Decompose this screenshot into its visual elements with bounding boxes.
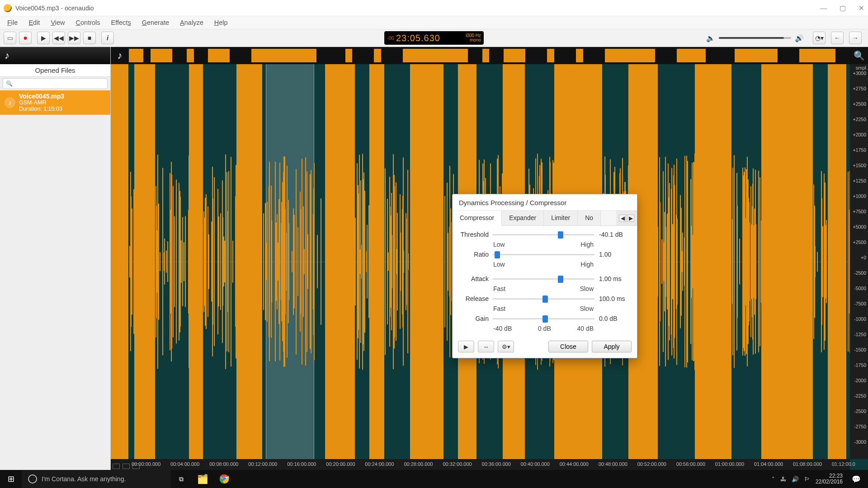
file-note-icon: ♪ <box>5 97 15 108</box>
tray-clock[interactable]: 22:2322/02/2016 <box>816 473 843 485</box>
view-single-icon[interactable] <box>113 464 120 469</box>
ratio-value: 1.00 <box>594 251 631 258</box>
threshold-value: -40.1 dB <box>594 231 631 238</box>
tab-scroll-left[interactable]: ◀ <box>619 215 626 222</box>
attack-label: Attack <box>459 275 492 282</box>
menu-generate[interactable]: Generate <box>137 18 174 27</box>
attack-slider[interactable] <box>492 275 594 283</box>
select-all-button[interactable]: ▭ <box>4 32 16 44</box>
cortana-placeholder: I'm Cortana. Ask me anything. <box>42 475 126 483</box>
waveform-panel[interactable]: ♪ 🔍 smpl +3000+2750+2500+2250+2000+1750+… <box>111 47 868 470</box>
rewind-button[interactable]: ◀◀ <box>52 32 65 44</box>
close-button[interactable]: ✕ <box>859 4 864 12</box>
stop-button[interactable]: ■ <box>83 32 96 44</box>
tab-compressor[interactable]: Compressor <box>453 211 502 226</box>
gain-slider[interactable] <box>492 314 594 323</box>
volume-slider[interactable] <box>719 37 791 39</box>
menu-analyze[interactable]: Analyze <box>175 18 208 27</box>
dialog-title: Dynamics Processing / Compressor <box>453 194 637 211</box>
file-name: Voice0045.mp3 <box>19 93 64 99</box>
tab-more[interactable]: No <box>578 211 601 225</box>
cortana-icon <box>28 474 37 483</box>
titlebar: Voice0045.mp3 - ocenaudio — ▢ ✕ <box>0 0 868 16</box>
gain-value: 0.0 dB <box>594 315 631 322</box>
release-value: 100.0 ms <box>594 295 631 302</box>
menu-edit[interactable]: Edit <box>24 18 44 27</box>
nav-fwd-button[interactable]: → <box>849 32 862 44</box>
window-title: Voice0045.mp3 - ocenaudio <box>15 5 94 12</box>
tray-notifications-icon[interactable]: 💬 <box>848 475 864 483</box>
task-view-button[interactable]: ⧉ <box>171 470 192 488</box>
ruler-unit: smpl <box>856 65 866 70</box>
file-duration: Duration: 1:15:03 <box>19 106 64 112</box>
menu-controls[interactable]: Controls <box>71 18 105 27</box>
attack-value: 1.00 ms <box>594 275 631 282</box>
info-button[interactable]: i <box>101 32 114 44</box>
time-display: -00 23:05.630 i000 Hzmono <box>384 31 484 45</box>
tab-limiter[interactable]: Limiter <box>544 211 578 225</box>
close-dialog-button[interactable]: Close <box>548 341 588 352</box>
volume-control[interactable]: 🔈 🔊 <box>706 34 804 42</box>
ratio-label: Ratio <box>459 251 492 258</box>
apply-dialog-button[interactable]: Apply <box>592 341 632 352</box>
taskbar-chrome-icon[interactable] <box>213 470 235 488</box>
volume-high-icon: 🔊 <box>795 34 804 42</box>
music-note-icon: ♪ <box>5 50 9 61</box>
record-button[interactable]: ● <box>19 32 32 44</box>
history-button[interactable]: ◔▾ <box>813 32 826 44</box>
tab-expander[interactable]: Expander <box>502 211 544 225</box>
release-slider[interactable] <box>492 295 594 303</box>
taskbar-explorer-icon[interactable]: 🗂️ <box>192 470 213 488</box>
sidebar-header: ♪ <box>0 47 110 64</box>
overview-strip[interactable]: ♪ 🔍 <box>111 47 868 64</box>
ratio-slider[interactable] <box>492 250 594 258</box>
file-codec: GSM-AMR <box>19 99 64 106</box>
maximize-button[interactable]: ▢ <box>840 4 846 12</box>
tab-scroll-right[interactable]: ▶ <box>627 215 634 222</box>
toolbar: ▭ ● ▶ ◀◀ ▶▶ ■ i -00 23:05.630 i000 Hzmon… <box>0 29 868 47</box>
taskbar: ⊞ I'm Cortana. Ask me anything. ⧉ 🗂️ ˄ 🖧… <box>0 470 868 488</box>
volume-low-icon: 🔈 <box>706 34 715 42</box>
gain-label: Gain <box>459 315 492 322</box>
view-split-icon[interactable] <box>123 464 130 469</box>
zoom-search-icon[interactable]: 🔍 <box>850 47 868 64</box>
time-main: 23:05.630 <box>396 33 440 43</box>
sidebar: ♪ Opened Files 🔍 ♪ Voice0045.mp3 GSM-AMR… <box>0 47 111 470</box>
preview-loop-button[interactable]: ↔ <box>478 341 494 352</box>
tray-chevron-icon[interactable]: ˄ <box>772 476 775 483</box>
cortana-search[interactable]: I'm Cortana. Ask me anything. <box>22 470 171 488</box>
menu-effects[interactable]: Effects <box>107 18 136 27</box>
time-neg: -00 <box>387 35 394 41</box>
nav-back-button[interactable]: ← <box>831 32 844 44</box>
forward-button[interactable]: ▶▶ <box>68 32 80 44</box>
sidebar-title: Opened Files <box>0 64 110 77</box>
menu-view[interactable]: View <box>46 18 69 27</box>
opened-file-item[interactable]: ♪ Voice0045.mp3 GSM-AMR Duration: 1:15:0… <box>0 90 110 115</box>
menu-file[interactable]: File <box>3 18 22 27</box>
dialog-tabs: Compressor Expander Limiter No ◀ ▶ <box>453 211 637 226</box>
sidebar-search[interactable]: 🔍 <box>3 78 108 89</box>
preview-settings-button[interactable]: ⚙▾ <box>498 341 514 352</box>
minimize-button[interactable]: — <box>820 4 827 12</box>
tray-lang-icon[interactable]: 🏳 <box>804 476 810 483</box>
menu-help[interactable]: Help <box>210 18 232 27</box>
threshold-slider[interactable] <box>492 230 594 239</box>
time-side: i000 Hzmono <box>466 33 481 42</box>
preview-play-button[interactable]: ▶ <box>458 341 474 352</box>
threshold-label: Threshold <box>459 231 492 238</box>
app-icon <box>4 4 12 12</box>
tray-volume-icon[interactable]: 🔊 <box>792 476 799 483</box>
start-button[interactable]: ⊞ <box>0 470 22 488</box>
menubar: File Edit View Controls Effects Generate… <box>0 16 868 29</box>
compressor-dialog: Dynamics Processing / Compressor Compres… <box>452 194 637 358</box>
search-icon: 🔍 <box>6 80 13 87</box>
release-label: Release <box>459 295 492 302</box>
overview-note-icon: ♪ <box>111 47 129 64</box>
tray-network-icon[interactable]: 🖧 <box>780 476 786 483</box>
play-button[interactable]: ▶ <box>37 32 50 44</box>
time-ruler[interactable]: 00:00:00.00000:04:00.00000:08:00.00000:1… <box>111 459 850 470</box>
amplitude-ruler: smpl +3000+2750+2500+2250+2000+1750+1500… <box>850 64 868 459</box>
